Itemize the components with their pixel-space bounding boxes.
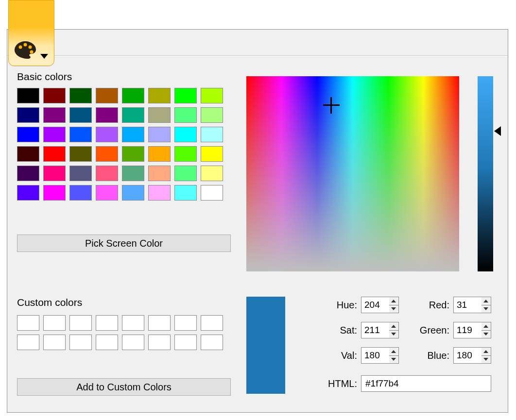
custom-color-swatch[interactable] (122, 335, 144, 350)
sat-stepper[interactable] (389, 322, 399, 338)
basic-color-swatch[interactable] (174, 127, 197, 142)
svg-point-2 (29, 46, 32, 49)
basic-color-swatch[interactable] (122, 127, 144, 142)
basic-color-swatch[interactable] (201, 88, 223, 103)
basic-color-swatch[interactable] (96, 166, 118, 181)
luminance-pointer (494, 126, 501, 136)
basic-color-swatch[interactable] (148, 88, 171, 103)
basic-color-swatch[interactable] (43, 127, 66, 142)
red-label: Red: (411, 300, 449, 311)
hue-stepper[interactable] (389, 297, 399, 313)
add-to-custom-colors-button[interactable]: Add to Custom Colors (17, 378, 231, 396)
custom-color-swatch[interactable] (69, 315, 92, 331)
basic-colors-label: Basic colors (17, 71, 72, 83)
val-stepper[interactable] (389, 347, 399, 364)
custom-color-swatch[interactable] (201, 335, 223, 350)
svg-point-3 (30, 50, 34, 54)
custom-color-swatch[interactable] (69, 335, 92, 350)
basic-color-swatch[interactable] (201, 107, 223, 123)
basic-color-swatch[interactable] (174, 88, 197, 103)
basic-color-swatch[interactable] (69, 88, 92, 103)
color-dialog-panel: Basic colors Pick Screen Color Custom co… (7, 29, 508, 413)
basic-color-swatch[interactable] (96, 88, 118, 103)
basic-color-swatch[interactable] (174, 166, 197, 181)
basic-color-swatch[interactable] (43, 166, 66, 181)
green-stepper[interactable] (482, 322, 491, 338)
custom-colors-grid (17, 315, 223, 350)
basic-color-swatch[interactable] (122, 185, 144, 201)
custom-color-swatch[interactable] (201, 315, 223, 331)
basic-color-swatch[interactable] (17, 88, 39, 103)
basic-color-swatch[interactable] (174, 146, 197, 162)
basic-color-swatch[interactable] (201, 166, 223, 181)
basic-color-swatch[interactable] (148, 166, 171, 181)
custom-colors-label: Custom colors (17, 297, 82, 308)
basic-color-swatch[interactable] (148, 146, 171, 162)
basic-color-swatch[interactable] (96, 146, 118, 162)
basic-color-swatch[interactable] (69, 127, 92, 142)
val-label: Val: (318, 350, 357, 361)
palette-dropdown-button[interactable] (8, 0, 54, 66)
html-color-field[interactable] (361, 375, 491, 392)
basic-color-swatch[interactable] (17, 127, 39, 142)
basic-color-swatch[interactable] (201, 185, 223, 201)
hue-label: Hue: (318, 300, 357, 311)
color-preview (246, 297, 285, 394)
sat-label: Sat: (318, 325, 357, 336)
basic-color-swatch[interactable] (174, 107, 197, 123)
basic-color-swatch[interactable] (17, 185, 39, 201)
basic-color-swatch[interactable] (17, 166, 39, 181)
basic-color-swatch[interactable] (96, 127, 118, 142)
custom-color-swatch[interactable] (148, 315, 171, 331)
chevron-down-icon (40, 54, 48, 59)
custom-color-swatch[interactable] (174, 335, 197, 350)
svg-point-0 (19, 46, 22, 49)
basic-color-swatch[interactable] (148, 107, 171, 123)
luminance-slider[interactable] (478, 76, 493, 271)
basic-color-swatch[interactable] (17, 146, 39, 162)
basic-color-swatch[interactable] (17, 107, 39, 123)
basic-color-swatch[interactable] (122, 88, 144, 103)
basic-color-swatch[interactable] (122, 166, 144, 181)
pick-screen-color-button[interactable]: Pick Screen Color (17, 235, 231, 252)
saturation-value-picker[interactable] (246, 76, 459, 271)
custom-color-swatch[interactable] (122, 315, 144, 331)
custom-color-swatch[interactable] (96, 335, 118, 350)
custom-color-swatch[interactable] (174, 315, 197, 331)
svg-point-1 (24, 43, 27, 47)
basic-color-swatch[interactable] (43, 185, 66, 201)
custom-color-swatch[interactable] (17, 315, 39, 331)
basic-color-swatch[interactable] (69, 185, 92, 201)
basic-color-swatch[interactable] (96, 185, 118, 201)
basic-color-swatch[interactable] (43, 107, 66, 123)
red-stepper[interactable] (482, 297, 491, 313)
basic-color-swatch[interactable] (69, 107, 92, 123)
basic-color-swatch[interactable] (122, 146, 144, 162)
custom-color-swatch[interactable] (17, 335, 39, 350)
blue-label: Blue: (411, 350, 449, 361)
basic-color-swatch[interactable] (201, 146, 223, 162)
basic-color-swatch[interactable] (69, 146, 92, 162)
custom-color-swatch[interactable] (96, 315, 118, 331)
custom-color-swatch[interactable] (43, 315, 66, 331)
green-label: Green: (411, 325, 449, 336)
basic-color-swatch[interactable] (96, 107, 118, 123)
titlebar-separator (7, 55, 508, 56)
basic-colors-grid (17, 88, 223, 201)
basic-color-swatch[interactable] (122, 107, 144, 123)
basic-color-swatch[interactable] (174, 185, 197, 201)
blue-stepper[interactable] (482, 347, 491, 364)
desaturation-gradient (246, 76, 459, 271)
basic-color-swatch[interactable] (201, 127, 223, 142)
html-label: HTML: (313, 378, 357, 389)
basic-color-swatch[interactable] (69, 166, 92, 181)
basic-color-swatch[interactable] (148, 127, 171, 142)
basic-color-swatch[interactable] (148, 185, 171, 201)
palette-icon (14, 39, 43, 61)
basic-color-swatch[interactable] (43, 88, 66, 103)
basic-color-swatch[interactable] (43, 146, 66, 162)
custom-color-swatch[interactable] (148, 335, 171, 350)
custom-color-swatch[interactable] (43, 335, 66, 350)
